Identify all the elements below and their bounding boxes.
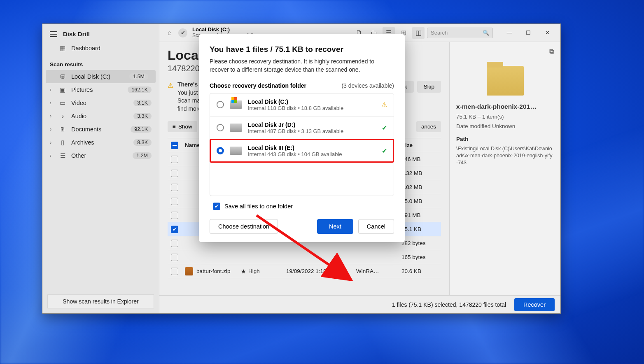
window-close-button[interactable]: ✕ (538, 27, 556, 39)
table-row[interactable]: battur-font.zip ★High 19/09/2022 1:18… W… (168, 264, 441, 278)
sidebar-scan-results-label: Scan results (42, 55, 159, 70)
destination-list: Local Disk (C:) Internal 118 GB disk • 1… (210, 93, 394, 196)
row-checkbox[interactable] (171, 198, 178, 205)
audio-icon: ♪ (59, 113, 66, 119)
image-icon: ▣ (59, 86, 66, 93)
recovery-destination-modal: You have 1 files / 75.1 KB to recover Pl… (199, 34, 405, 242)
archive-icon: ▯ (59, 139, 66, 146)
preview-meta: 75.1 KB – 1 item(s) (456, 114, 554, 120)
save-all-checkbox[interactable]: ✔ (213, 203, 220, 210)
sliders-icon: ≡ (173, 124, 176, 130)
disk-icon (230, 124, 242, 132)
destination-name: Local Disk Jr (D:) (248, 121, 376, 128)
sidebar-item-count: 92.1K (131, 126, 152, 133)
row-checkbox[interactable]: ✔ (171, 226, 178, 233)
sidebar-item-documents[interactable]: › 🗎 Documents 92.1K (42, 123, 159, 136)
chances-filter-label: ances (421, 124, 436, 130)
row-checkbox[interactable] (171, 170, 178, 177)
destination-option[interactable]: Local Disk III (E:) Internal 443 GB disk… (210, 139, 394, 162)
open-external-icon[interactable]: ⧉ (549, 48, 554, 55)
window-maximize-button[interactable]: ☐ (519, 27, 537, 39)
row-checkbox[interactable] (171, 240, 178, 247)
table-row[interactable]: 165 bytes (168, 250, 441, 264)
warning-icon: ⚠ (168, 82, 173, 89)
chevron-right-icon: › (50, 153, 51, 159)
next-button[interactable]: Next (317, 219, 353, 234)
grid-icon: ▦ (59, 45, 66, 51)
file-size: 491 MB (401, 212, 439, 218)
home-icon[interactable]: ⌂ (163, 27, 176, 39)
panels-icon[interactable]: ◫ (412, 27, 425, 39)
cancel-button[interactable]: Cancel (358, 219, 394, 234)
toolbar-location-title: Local Disk (C:) (192, 27, 256, 33)
radio-button[interactable] (217, 147, 224, 154)
destination-option[interactable]: Local Disk (C:) Internal 118 GB disk • 1… (210, 93, 394, 116)
sidebar-item-video[interactable]: › ▭ Video 3.1K (42, 96, 159, 110)
col-size[interactable]: Size (401, 142, 439, 148)
header-checkbox[interactable] (171, 142, 178, 149)
file-date: 19/09/2022 1:18… (286, 268, 356, 274)
row-checkbox[interactable] (171, 184, 178, 191)
search-input[interactable]: Search 🔍 (427, 28, 493, 38)
skip-button[interactable]: Skip (417, 81, 441, 93)
file-size: 20.6 KB (401, 268, 439, 274)
hamburger-icon[interactable] (50, 31, 57, 37)
alert-title: There's (177, 81, 198, 88)
check-icon: ✔ (382, 124, 387, 132)
document-icon: 🗎 (59, 126, 66, 133)
sidebar-item-pictures[interactable]: › ▣ Pictures 162.1K (42, 83, 159, 96)
chevron-right-icon: › (50, 126, 51, 132)
file-size: 9.32 MB (401, 170, 439, 176)
sidebar-item-count: 3.3K (133, 113, 152, 119)
sidebar-item-archives[interactable]: › ▯ Archives 8.3K (42, 136, 159, 149)
chevron-right-icon: › (50, 87, 51, 93)
chances-filter-button[interactable]: ances (416, 121, 441, 132)
preview-modified: Date modified Unknown (456, 123, 554, 129)
sidebar-item-audio[interactable]: › ♪ Audio 3.3K (42, 110, 159, 123)
modal-devices-label: (3 devices available) (341, 82, 394, 89)
destination-option[interactable]: Local Disk Jr (D:) Internal 487 GB disk … (210, 116, 394, 139)
file-size: 75.1 KB (401, 226, 439, 232)
preview-pane: ⧉ x-men-dark-phoenix-201… 75.1 KB – 1 it… (449, 42, 560, 295)
radio-button[interactable] (217, 101, 224, 108)
disk-icon: ⛁ (59, 73, 66, 80)
chevron-right-icon: › (50, 100, 51, 106)
sidebar-dashboard[interactable]: ▦ Dashboard (42, 42, 159, 55)
show-filter-button[interactable]: ≡ Show (168, 121, 197, 132)
destination-name: Local Disk (C:) (248, 98, 376, 105)
star-icon: ★ (241, 268, 246, 275)
destination-meta: Internal 487 GB disk • 3.13 GB available (248, 128, 376, 134)
choose-destination-button[interactable]: Choose destination (210, 219, 278, 234)
sidebar-item-count: 1.2M (133, 152, 152, 159)
status-text: 1 files (75.1 KB) selected, 1478220 file… (392, 301, 506, 308)
row-checkbox[interactable] (171, 268, 178, 275)
sidebar-item-count: 3.1K (133, 100, 152, 106)
row-checkbox[interactable] (171, 254, 178, 261)
file-size: 346 MB (401, 156, 439, 162)
sidebar: Disk Drill ▦ Dashboard Scan results ⛁ Lo… (42, 24, 159, 313)
row-checkbox[interactable] (171, 156, 178, 163)
file-size: 282 bytes (401, 240, 439, 246)
sidebar-item-label: Pictures (71, 86, 93, 93)
warning-icon: ⚠ (381, 101, 387, 109)
window-minimize-button[interactable]: — (500, 27, 518, 39)
row-checkbox[interactable] (171, 212, 178, 219)
other-icon: ☰ (59, 152, 66, 159)
destination-name: Local Disk III (E:) (248, 145, 376, 151)
recover-button[interactable]: Recover (514, 298, 555, 311)
preview-path: \Existing\Local Disk (C)\Users\Kat\Downl… (456, 145, 554, 166)
app-window: Disk Drill ▦ Dashboard Scan results ⛁ Lo… (42, 23, 561, 314)
check-icon[interactable]: ✔ (178, 28, 187, 37)
sidebar-footer-link[interactable]: Show scan results in Explorer (47, 294, 154, 308)
show-filter-label: Show (178, 124, 192, 130)
sidebar-item-localdisk[interactable]: ⛁ Local Disk (C:) 1.5M (46, 70, 156, 83)
file-size: 9.02 MB (401, 184, 439, 190)
file-icon (185, 267, 193, 275)
recovery-chance: High (248, 268, 260, 274)
modal-choose-label: Choose recovery destination folder (210, 82, 306, 89)
save-all-label: Save all files to one folder (224, 203, 293, 210)
sidebar-item-other[interactable]: › ☰ Other 1.2M (42, 149, 159, 162)
modal-title: You have 1 files / 75.1 KB to recover (210, 45, 394, 54)
file-size: 55.0 MB (401, 198, 439, 204)
radio-button[interactable] (217, 124, 224, 131)
